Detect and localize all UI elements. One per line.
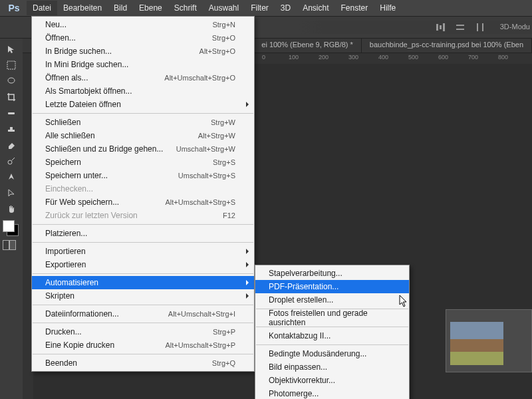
menuitem-pdf-praesentation[interactable]: PDF-Präsentation... bbox=[255, 280, 409, 293]
menuitem-kontaktabzug[interactable]: Kontaktabzug II... bbox=[255, 329, 409, 342]
menuitem-kopiedrucken[interactable]: Eine Kopie druckenAlt+Umschalt+Strg+P bbox=[32, 338, 254, 352]
menu-separator bbox=[33, 354, 253, 354]
healing-tool[interactable] bbox=[3, 106, 20, 120]
menu-automatisieren-submenu: Stapelverarbeitung... PDF-Präsentation..… bbox=[255, 265, 410, 399]
menuitem-speichern[interactable]: SpeichernStrg+S bbox=[32, 156, 254, 169]
menu-bild[interactable]: Bild bbox=[108, 1, 133, 15]
menuitem-bildeinpassen[interactable]: Bild einpassen... bbox=[255, 360, 409, 374]
menuitem-dateiinfo[interactable]: Dateiinformationen...Alt+Umschalt+Strg+I bbox=[32, 307, 254, 321]
menuitem-drucken[interactable]: Drucken...Strg+P bbox=[32, 325, 254, 338]
menubar: Ps Datei Bearbeiten Bild Ebene Schrift A… bbox=[0, 0, 532, 16]
menuitem-oeffnen[interactable]: Öffnen...Strg+O bbox=[32, 31, 254, 45]
menuitem-platzieren[interactable]: Platzieren... bbox=[32, 227, 254, 240]
menu-3d[interactable]: 3D bbox=[275, 1, 297, 15]
menu-separator bbox=[33, 113, 253, 114]
menu-separator bbox=[33, 242, 253, 243]
cursor-icon bbox=[399, 295, 408, 308]
menuitem-fuerweb[interactable]: Für Web speichern...Alt+Umschalt+Strg+S bbox=[32, 196, 254, 209]
menu-separator bbox=[256, 344, 408, 345]
stamp-tool[interactable] bbox=[3, 122, 20, 136]
menuitem-letzte[interactable]: Letzte Dateien öffnen bbox=[32, 98, 254, 111]
menuitem-skripten[interactable]: Skripten bbox=[32, 289, 254, 303]
menuitem-modusaenderung[interactable]: Bedingte Modusänderung... bbox=[255, 347, 409, 360]
svg-rect-0 bbox=[436, 24, 438, 31]
menuitem-neu[interactable]: Neu...Strg+N bbox=[32, 18, 254, 31]
toolbar bbox=[0, 39, 23, 399]
menu-hilfe[interactable]: Hilfe bbox=[374, 1, 402, 15]
svg-point-8 bbox=[8, 78, 15, 83]
move-tool[interactable] bbox=[3, 42, 20, 57]
menuitem-einchecken: Einchecken... bbox=[32, 182, 254, 196]
dodge-tool[interactable] bbox=[3, 154, 20, 168]
align-icon[interactable] bbox=[435, 22, 446, 33]
menuitem-zurueck: Zurück zur letzten VersionF12 bbox=[32, 209, 254, 222]
menuitem-objektivkorrektur[interactable]: Objektivkorrektur... bbox=[255, 374, 409, 387]
menuitem-stapel[interactable]: Stapelverarbeitung... bbox=[255, 267, 409, 280]
menu-separator bbox=[33, 273, 253, 274]
menu-fenster[interactable]: Fenster bbox=[335, 1, 374, 15]
menu-datei[interactable]: Datei bbox=[27, 1, 57, 15]
menuitem-droplet[interactable]: Droplet erstellen... bbox=[255, 293, 409, 307]
menu-schrift[interactable]: Schrift bbox=[168, 1, 203, 15]
crop-tool[interactable] bbox=[3, 90, 20, 104]
align-icon[interactable] bbox=[455, 22, 466, 33]
menu-ansicht[interactable]: Ansicht bbox=[297, 1, 334, 15]
menuitem-fotos-freistellen[interactable]: Fotos freistellen und gerade ausrichten bbox=[255, 311, 409, 325]
svg-line-11 bbox=[12, 158, 15, 160]
menuitem-schliessen[interactable]: SchließenStrg+W bbox=[32, 116, 254, 129]
svg-rect-5 bbox=[477, 23, 478, 31]
svg-rect-1 bbox=[440, 25, 442, 29]
menuitem-speichernunter[interactable]: Speichern unter...Umschalt+Strg+S bbox=[32, 169, 254, 182]
svg-rect-6 bbox=[482, 23, 483, 31]
lasso-tool[interactable] bbox=[3, 74, 20, 88]
menuitem-smartobjekt[interactable]: Als Smartobjekt öffnen... bbox=[32, 84, 254, 98]
pen-tool[interactable] bbox=[3, 170, 20, 184]
marquee-tool[interactable] bbox=[3, 58, 20, 72]
menuitem-automatisieren[interactable]: Automatisieren bbox=[32, 276, 254, 289]
menuitem-beenden[interactable]: BeendenStrg+Q bbox=[32, 356, 254, 370]
svg-rect-4 bbox=[456, 29, 464, 30]
panel-thumbnail[interactable] bbox=[446, 309, 532, 372]
menuitem-alleschliessen[interactable]: Alle schließenAlt+Strg+W bbox=[32, 129, 254, 142]
menuitem-exportieren[interactable]: Exportieren bbox=[32, 258, 254, 271]
menuitem-minibridge[interactable]: In Mini Bridge suchen... bbox=[32, 58, 254, 71]
align-icon[interactable] bbox=[475, 22, 485, 33]
menu-separator bbox=[33, 305, 253, 305]
document-tab[interactable]: ei 100% (Ebene 9, RGB/8) * bbox=[253, 39, 362, 53]
menu-separator bbox=[33, 323, 253, 323]
svg-rect-3 bbox=[456, 25, 464, 26]
menu-filter[interactable]: Filter bbox=[245, 1, 275, 15]
eraser-tool[interactable] bbox=[3, 138, 20, 152]
menuitem-bridge[interactable]: In Bridge suchen...Alt+Strg+O bbox=[32, 45, 254, 58]
document-tab[interactable]: bauchbinde_ps-cc-training.psd bei 100% (… bbox=[362, 39, 532, 53]
menuitem-oeffnenals[interactable]: Öffnen als...Alt+Umschalt+Strg+O bbox=[32, 71, 254, 84]
menu-bearbeiten[interactable]: Bearbeiten bbox=[57, 1, 108, 15]
menuitem-photomerge[interactable]: Photomerge... bbox=[255, 387, 409, 399]
menuitem-importieren[interactable]: Importieren bbox=[32, 245, 254, 258]
hand-tool[interactable] bbox=[3, 201, 20, 216]
menu-auswahl[interactable]: Auswahl bbox=[203, 1, 245, 15]
mode-3d-label[interactable]: 3D-Modu bbox=[500, 23, 530, 31]
menu-separator bbox=[33, 224, 253, 225]
color-swatch[interactable] bbox=[3, 220, 20, 237]
quickmask-toggle[interactable] bbox=[3, 240, 20, 252]
app-logo: Ps bbox=[8, 2, 20, 14]
menuitem-schliessen-bridge[interactable]: Schließen und zu Bridge gehen...Umschalt… bbox=[32, 142, 254, 156]
svg-point-10 bbox=[8, 160, 12, 164]
menu-datei-dropdown: Neu...Strg+N Öffnen...Strg+O In Bridge s… bbox=[31, 16, 255, 372]
menu-ebene[interactable]: Ebene bbox=[133, 1, 168, 15]
path-select-tool[interactable] bbox=[3, 186, 20, 200]
svg-rect-2 bbox=[443, 23, 445, 31]
svg-rect-9 bbox=[8, 112, 15, 114]
svg-rect-7 bbox=[7, 61, 15, 69]
